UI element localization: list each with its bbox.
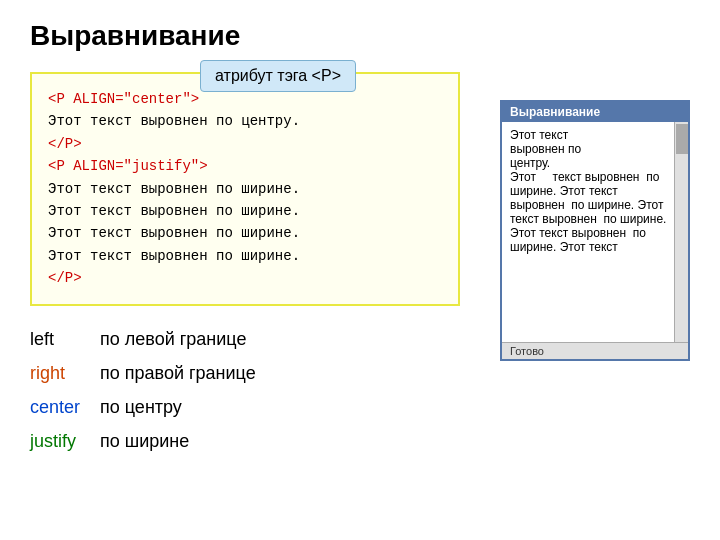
page-title: Выравнивание [30, 20, 690, 52]
browser-statusbar: Готово [502, 342, 688, 359]
browser-titlebar: Выравнивание [502, 102, 688, 122]
code-block: <P ALIGN="center"> Этот текст выровнен п… [30, 72, 460, 306]
code-line-2: Этот текст выровнен по центру. [48, 110, 442, 132]
keyword-justify: justify [30, 424, 88, 458]
code-line-9: </P> [48, 267, 442, 289]
tag-open-center: <P ALIGN="center"> [48, 91, 199, 107]
desc-row-justify: justify по ширине [30, 424, 690, 458]
browser-inner: Этот текствыровнен поцентру. Этот текст … [502, 122, 688, 342]
keyword-center: center [30, 390, 88, 424]
desc-left: по левой границе [100, 322, 246, 356]
keyword-right: right [30, 356, 88, 390]
browser-centered-text: Этот текствыровнен поцентру. [510, 128, 680, 170]
code-line-4: <P ALIGN="justify"> [48, 155, 442, 177]
browser-window: Выравнивание Этот текствыровнен поцентру… [500, 100, 690, 361]
code-line-6: Этот текст выровнен по ширине. [48, 200, 442, 222]
code-line-8: Этот текст выровнен по ширине. [48, 245, 442, 267]
tooltip-box: атрибут тэга <P> [200, 60, 356, 92]
browser-justified-text: Этот текст выровнен по ширине. Этот текс… [510, 170, 680, 254]
browser-scroll-thumb[interactable] [676, 124, 688, 154]
tag-open-justify: <P ALIGN="justify"> [48, 158, 208, 174]
tag-close-p-2: </P> [48, 270, 82, 286]
browser-wrapper: Этот текствыровнен поцентру. Этот текст … [502, 122, 688, 342]
browser-main-area: Этот текствыровнен поцентру. Этот текст … [502, 122, 688, 342]
page-container: Выравнивание атрибут тэга <P> <P ALIGN="… [0, 0, 720, 478]
code-line-3: </P> [48, 133, 442, 155]
desc-right: по правой границе [100, 356, 256, 390]
desc-justify: по ширине [100, 424, 189, 458]
desc-center: по центру [100, 390, 182, 424]
browser-scrollbar[interactable] [674, 122, 688, 342]
keyword-left: left [30, 322, 88, 356]
code-line-7: Этот текст выровнен по ширине. [48, 222, 442, 244]
tag-close-p-1: </P> [48, 136, 82, 152]
code-line-5: Этот текст выровнен по ширине. [48, 178, 442, 200]
desc-row-center: center по центру [30, 390, 690, 424]
